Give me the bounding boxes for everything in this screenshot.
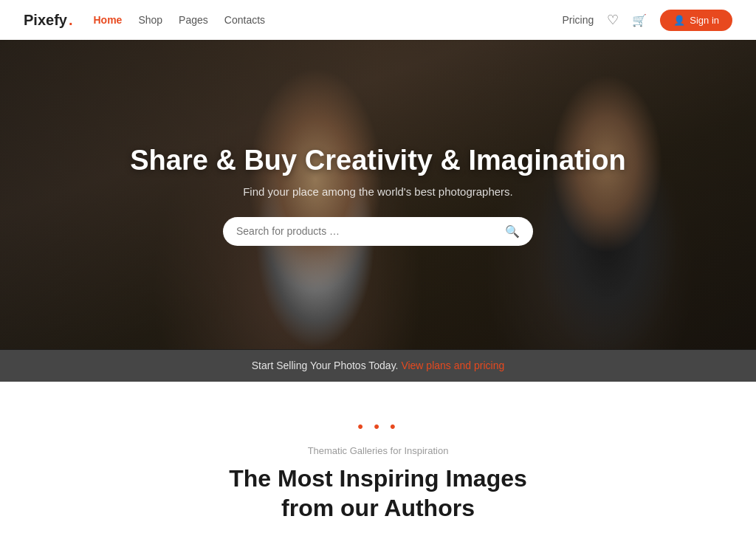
sign-in-label: Sign in [690,15,719,26]
logo-dot: . [69,12,73,29]
hero-section: Share & Buy Creativity & Imagination Fin… [0,40,756,350]
hero-subtitle: Find your place among the world's best p… [243,185,513,198]
nav-item-home[interactable]: Home [94,13,123,27]
nav-item-contacts[interactable]: Contacts [224,13,265,27]
user-icon: 👤 [673,15,685,26]
nav-link-contacts[interactable]: Contacts [224,14,265,26]
search-icon[interactable]: 🔍 [505,224,520,238]
logo-text: Pixefy [24,12,67,29]
dots-decor: • • • [30,417,726,436]
search-input[interactable] [236,225,505,237]
hero-title: Share & Buy Creativity & Imagination [130,144,626,178]
nav-links: Home Shop Pages Contacts [94,13,266,27]
sign-in-button[interactable]: 👤 Sign in [660,10,732,31]
cart-icon[interactable]: 🛒 [632,13,647,27]
wishlist-icon[interactable]: ♡ [607,12,619,28]
navbar-right: Pricing ♡ 🛒 👤 Sign in [562,10,732,31]
navbar-left: Pixefy. Home Shop Pages Contacts [24,12,265,29]
section-title: The Most Inspiring Images from our Autho… [30,464,726,523]
hero-bottom-link[interactable]: View plans and pricing [401,360,504,371]
hero-bottom-banner: Start Selling Your Photos Today. View pl… [0,349,756,382]
nav-pricing-link[interactable]: Pricing [562,14,594,26]
logo[interactable]: Pixefy. [24,12,73,29]
navbar: Pixefy. Home Shop Pages Contacts Pricing… [0,0,756,40]
nav-link-shop[interactable]: Shop [138,14,162,26]
search-bar[interactable]: 🔍 [223,217,533,246]
nav-link-pages[interactable]: Pages [179,14,208,26]
section-title-line1: The Most Inspiring Images [229,465,527,492]
nav-link-home[interactable]: Home [94,14,123,26]
hero-bottom-text: Start Selling Your Photos Today. [252,360,399,371]
inspiration-section: • • • Thematic Galleries for Inspiration… [0,382,756,550]
nav-item-pages[interactable]: Pages [179,13,208,27]
section-label: Thematic Galleries for Inspiration [30,445,726,456]
nav-item-shop[interactable]: Shop [138,13,162,27]
section-title-line2: from our Authors [281,495,475,521]
hero-content: Share & Buy Creativity & Imagination Fin… [0,40,756,350]
